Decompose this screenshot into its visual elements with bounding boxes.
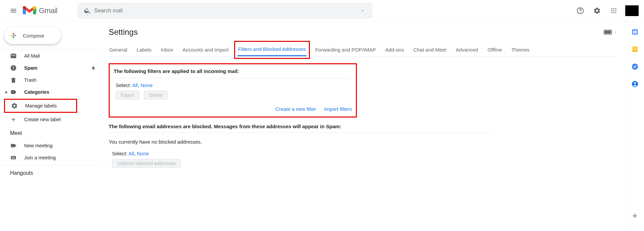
sidebar-item-count: 9: [92, 66, 95, 71]
gmail-logo[interactable]: Gmail: [23, 5, 57, 16]
svg-point-5: [613, 10, 614, 11]
svg-point-26: [634, 82, 636, 84]
blocked-addresses-section: The following email addresses are blocke…: [109, 124, 491, 168]
svg-rect-16: [14, 157, 15, 158]
trash-icon: [10, 77, 17, 83]
filters-select-none[interactable]: None: [141, 82, 153, 88]
svg-rect-15: [13, 157, 13, 158]
filters-select-all[interactable]: All: [132, 82, 138, 88]
search-icon[interactable]: [81, 7, 94, 14]
highlight-box-manage-labels: Manage labels: [4, 99, 77, 113]
compose-label: Compose: [23, 33, 44, 38]
sidebar-item-spam[interactable]: Spam 9: [0, 62, 101, 74]
svg-point-7: [611, 12, 612, 13]
sidebar-item-trash[interactable]: Trash: [0, 74, 101, 86]
keep-icon: [631, 46, 639, 53]
svg-rect-17: [12, 158, 15, 159]
export-button: Export: [116, 91, 139, 99]
blocked-select-row: Select: All, None: [112, 151, 491, 156]
tab-addons[interactable]: Add-ons: [385, 44, 405, 56]
blocked-empty-message: You currently have no blocked addresses.: [109, 139, 491, 145]
tasks-icon: [631, 63, 639, 70]
gear-icon: [593, 7, 601, 14]
support-button[interactable]: [574, 4, 587, 17]
plus-icon: [9, 31, 18, 40]
calendar-icon: 31: [631, 28, 639, 35]
plus-icon: [10, 116, 17, 123]
settings-tabs: General Labels Inbox Accounts and Import…: [109, 43, 617, 57]
keep-app-button[interactable]: [631, 46, 639, 53]
sidebar-item-label: Join a meeting: [24, 155, 95, 160]
tab-offline[interactable]: Offline: [487, 44, 503, 56]
header-actions: [574, 4, 639, 17]
tab-forwarding[interactable]: Forwarding and POP/IMAP: [315, 44, 377, 56]
svg-rect-11: [13, 66, 14, 69]
sidebar-item-label: Categories: [24, 89, 95, 95]
svg-point-3: [615, 8, 616, 9]
sidebar-item-categories[interactable]: Categories: [0, 86, 101, 98]
side-panel: 31 +: [625, 21, 644, 231]
help-icon: [577, 7, 584, 14]
tab-themes[interactable]: Themes: [511, 44, 530, 56]
hangouts-section-title: Hangouts: [0, 165, 101, 179]
tasks-app-button[interactable]: [631, 63, 639, 70]
sidebar-item-manage-labels[interactable]: Manage labels: [5, 100, 76, 112]
tab-inbox[interactable]: Inbox: [160, 44, 174, 56]
page-title: Settings: [109, 27, 138, 37]
calendar-app-button[interactable]: 31: [631, 28, 639, 35]
search-options-dropdown[interactable]: [356, 9, 369, 13]
sidebar-item-new-meeting[interactable]: New meeting: [0, 140, 101, 152]
sidebar-item-label: Spam: [24, 65, 92, 71]
tab-filters-blocked[interactable]: Filters and Blocked Addresses: [237, 43, 307, 56]
highlight-box-filters-section: The following filters are applied to all…: [109, 63, 357, 118]
svg-point-8: [613, 12, 614, 13]
apps-button[interactable]: [607, 4, 621, 17]
sidebar-labels: All Mail Spam 9 Trash Categories Manage …: [0, 50, 101, 126]
filters-select-row: Select: All, None: [116, 82, 352, 88]
sidebar: Compose All Mail Spam 9 Trash Categories: [0, 21, 101, 231]
tab-labels[interactable]: Labels: [136, 44, 152, 56]
blocked-heading: The following email addresses are blocke…: [109, 124, 491, 133]
filters-heading: The following filters are applied to all…: [114, 68, 352, 74]
tab-accounts-import[interactable]: Accounts and Import: [182, 44, 229, 56]
add-addon-button[interactable]: +: [632, 211, 637, 221]
sidebar-item-create-label[interactable]: Create new label: [0, 113, 101, 126]
chevron-down-icon: [614, 30, 617, 34]
import-filters-link[interactable]: Import filters: [324, 106, 352, 112]
gmail-logo-icon: [23, 5, 36, 16]
delete-button: Delete: [144, 91, 167, 99]
svg-point-2: [613, 8, 614, 9]
sidebar-item-label: New meeting: [24, 143, 95, 148]
sidebar-item-label: Create new label: [24, 117, 95, 122]
blocked-select-none[interactable]: None: [137, 151, 149, 156]
svg-point-6: [615, 10, 616, 11]
apps-grid-icon: [610, 7, 617, 14]
tab-general[interactable]: General: [109, 44, 128, 56]
contacts-icon: [631, 80, 639, 88]
search-bar[interactable]: [77, 3, 373, 19]
compose-button[interactable]: Compose: [4, 27, 61, 44]
tab-chat-meet[interactable]: Chat and Meet: [413, 44, 447, 56]
create-filter-link[interactable]: Create a new filter: [275, 106, 316, 112]
contacts-app-button[interactable]: [631, 80, 639, 88]
svg-point-1: [611, 8, 612, 9]
input-tool-indicator[interactable]: [604, 30, 617, 34]
svg-rect-13: [11, 156, 16, 159]
blocked-select-all[interactable]: All: [128, 151, 134, 156]
hamburger-icon: [10, 7, 17, 14]
main-menu-button[interactable]: [5, 3, 21, 19]
sidebar-item-label: Manage labels: [25, 103, 70, 108]
sidebar-item-all-mail[interactable]: All Mail: [0, 50, 101, 62]
account-avatar[interactable]: [625, 5, 639, 16]
search-input[interactable]: [94, 8, 356, 14]
sidebar-item-join-meeting[interactable]: Join a meeting: [0, 152, 101, 164]
sidebar-item-label: Trash: [24, 77, 95, 83]
label-icon: [10, 89, 17, 95]
tab-advanced[interactable]: Advanced: [455, 44, 479, 56]
app-header: Gmail: [0, 0, 644, 21]
svg-rect-12: [13, 69, 14, 70]
gmail-logo-text: Gmail: [39, 6, 57, 15]
video-icon: [10, 142, 17, 149]
stacked-mail-icon: [10, 53, 17, 59]
settings-button[interactable]: [590, 4, 604, 17]
